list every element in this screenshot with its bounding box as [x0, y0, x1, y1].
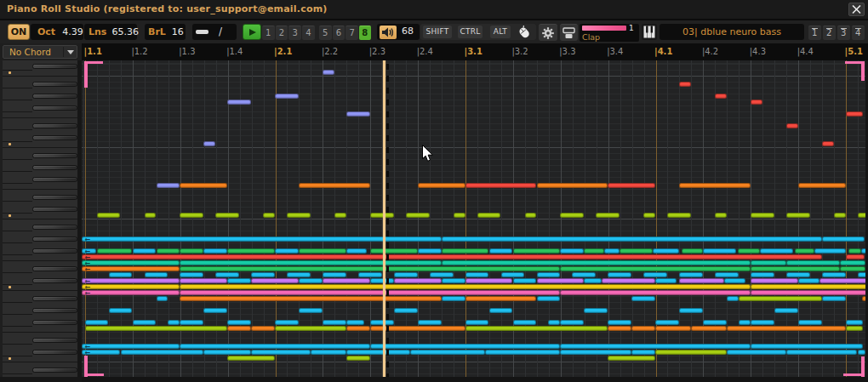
black-key[interactable] [32, 237, 77, 242]
note[interactable] [180, 260, 441, 265]
note[interactable] [418, 320, 442, 325]
note[interactable] [485, 350, 560, 355]
note[interactable] [346, 356, 370, 361]
note[interactable] [410, 350, 485, 355]
note[interactable] [786, 123, 798, 128]
note[interactable] [168, 320, 180, 325]
note[interactable] [751, 272, 774, 277]
note[interactable] [655, 278, 677, 283]
note[interactable] [370, 320, 394, 325]
note[interactable] [157, 296, 168, 301]
black-key[interactable] [32, 225, 77, 230]
note[interactable] [786, 350, 858, 355]
note[interactable] [751, 320, 774, 325]
note[interactable] [145, 272, 168, 277]
note[interactable] [275, 326, 346, 331]
note[interactable] [715, 94, 727, 99]
note[interactable] [840, 260, 866, 265]
pattern-button-1[interactable]: 1 [262, 26, 275, 40]
black-key[interactable] [32, 207, 77, 212]
note[interactable] [275, 94, 299, 99]
note[interactable] [97, 213, 121, 218]
pattern-button-8[interactable]: 8 [359, 26, 372, 40]
black-key[interactable] [32, 320, 77, 325]
note[interactable] [465, 326, 608, 331]
note[interactable] [798, 278, 819, 283]
black-key[interactable] [32, 296, 77, 301]
note[interactable] [786, 272, 810, 277]
black-key[interactable] [32, 338, 77, 343]
note[interactable] [121, 350, 204, 355]
lines-field[interactable]: Lns 65.36 [84, 24, 137, 40]
black-key[interactable] [32, 135, 77, 140]
note[interactable] [715, 213, 727, 218]
note[interactable] [109, 272, 133, 277]
note[interactable] [323, 278, 370, 283]
note[interactable] [608, 320, 631, 325]
note[interactable] [525, 213, 537, 218]
note[interactable] [346, 320, 364, 325]
note[interactable] [465, 320, 489, 325]
note[interactable] [513, 278, 537, 283]
channel-volume-slider[interactable]: 1 Clap [580, 24, 639, 42]
note[interactable] [560, 344, 750, 349]
note[interactable] [180, 266, 560, 271]
note[interactable] [275, 248, 299, 254]
note[interactable] [346, 111, 370, 117]
note[interactable] [751, 100, 762, 105]
note[interactable] [584, 278, 602, 283]
black-key[interactable] [32, 308, 77, 313]
note[interactable] [406, 213, 430, 218]
note[interactable] [643, 272, 667, 277]
speaker-button[interactable] [380, 26, 397, 39]
black-key[interactable] [32, 266, 77, 271]
note[interactable] [584, 308, 608, 313]
note[interactable] [203, 308, 227, 313]
note[interactable] [334, 213, 346, 218]
note[interactable] [203, 141, 215, 146]
note[interactable] [738, 248, 760, 254]
note[interactable] [109, 308, 133, 313]
channel-display[interactable]: 03| dblue neuro bass [660, 24, 804, 40]
note[interactable] [394, 278, 442, 283]
note[interactable] [537, 272, 561, 277]
note[interactable] [442, 296, 465, 301]
piano-keyboard[interactable] [0, 60, 82, 378]
brush-length-field[interactable]: BrL 16 [145, 24, 186, 40]
note[interactable] [180, 183, 227, 188]
note[interactable] [465, 278, 513, 283]
note[interactable] [602, 278, 655, 283]
note[interactable] [691, 326, 727, 331]
note[interactable] [727, 350, 786, 355]
note[interactable] [477, 213, 501, 218]
alt-button[interactable]: ALT [490, 26, 511, 38]
note[interactable] [679, 183, 751, 188]
note[interactable] [631, 296, 655, 301]
note-grid[interactable]: ←←←←←←←←←← [82, 60, 868, 378]
note[interactable] [180, 213, 203, 218]
note[interactable] [822, 141, 834, 146]
note[interactable] [751, 266, 840, 271]
note[interactable] [653, 248, 679, 254]
note[interactable] [465, 296, 537, 301]
note[interactable] [346, 326, 370, 331]
pattern-button-2[interactable]: 2 [276, 26, 288, 40]
page-button-3[interactable]: 3 [837, 26, 850, 40]
note[interactable] [346, 350, 410, 355]
note[interactable] [798, 320, 822, 325]
note[interactable] [537, 278, 585, 283]
note[interactable] [682, 248, 703, 254]
note[interactable] [751, 344, 864, 349]
timeline-ruler[interactable]: |1.1|1.2|1.3|1.4|2.1|2.2|2.3|2.4|3.1|3.2… [82, 43, 868, 60]
note[interactable] [430, 272, 454, 277]
note[interactable] [819, 278, 867, 283]
note[interactable] [215, 213, 239, 218]
note[interactable] [85, 320, 109, 325]
page-button-4[interactable]: 4 [852, 26, 865, 40]
black-key[interactable] [32, 82, 77, 87]
note[interactable] [203, 350, 251, 355]
note[interactable] [133, 248, 157, 254]
note[interactable] [180, 290, 560, 295]
note[interactable] [287, 213, 311, 218]
note[interactable] [560, 320, 584, 325]
